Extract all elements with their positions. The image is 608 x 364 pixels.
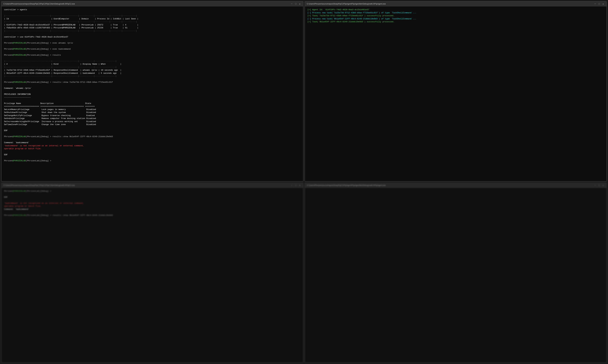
line-prompt-whoami: Phrozen@PHROZENLAB(PhrozenLab)[Debug] > … (4, 41, 301, 45)
title-bar-top-left: C:\Users\Phrozen\source\repos\SharpFtpC2… (1, 1, 303, 6)
line-priv-3: SeChangeNotifyPrivilege Bypass traverse … (4, 114, 301, 117)
line-bl-eof: EOF (4, 196, 301, 199)
line-process-task-1: [-] Process new task(`7a15e73d-9712-43b6… (307, 11, 604, 14)
minimize-btn-top-left[interactable]: ─ (290, 2, 293, 5)
title-controls-bottom-left: ─ □ ✕ (290, 184, 301, 187)
line-blank-3 (4, 39, 301, 41)
line-table-border-2: |-------------------------------------|-… (4, 20, 301, 23)
line-agent-id: [+] Agent Id: `614f19fc-74d2-4628-8ea3-d… (307, 8, 604, 11)
line-bl-prompt: Phrozen@PHROZENLAB(PhrozenLab)[Debug] > (4, 190, 301, 193)
terminal-top-left: C:\Users\Phrozen\source\repos\SharpFtpC2… (1, 1, 303, 182)
line-results-header: | # | Kind | Display Name | When | (4, 63, 301, 66)
line-prompt-show1: Phrozen@PHROZENLAB(PhrozenLab)[Debug] > … (4, 81, 301, 84)
line-results-border-3: |--------------------------------------|… (4, 75, 301, 78)
line-bl-show2: Phrozen@PHROZENLAB(PhrozenLab)[Debug] > … (4, 214, 301, 217)
close-btn-top-right[interactable]: ✕ (602, 2, 605, 5)
line-prompt-badcmd: Phrozen@PHROZENLAB(PhrozenLab)[Debug] > … (4, 48, 301, 51)
line-priv-1: SeLockMemoryPrivilege Lock pages in memo… (4, 108, 301, 111)
title-text-top-left: C:\Users\Phrozen\source\repos\SharpFtpC2… (3, 3, 75, 5)
screen-layout: C:\Users\Phrozen\source\repos\SharpFtpC2… (0, 0, 608, 364)
line-prompt-results: Phrozen@PHROZENLAB(PhrozenLab)[Debug] > … (4, 54, 301, 57)
line-result-2: | 9b1a454f-22ff-48c4-8249-21dddc19e9d3 |… (4, 72, 301, 75)
line-bl-error2: operable program or batch file. (4, 205, 301, 208)
line-bl-error1: 'badcommand' is not recognized as an int… (4, 202, 301, 205)
line-task-success-2: [+] Task(`9b1a454f-22ff-48c4-8249-21dddc… (307, 20, 604, 23)
line-priv-sep: ============================= ==========… (4, 105, 301, 108)
line-blank-13 (4, 138, 301, 141)
line-blank-15 (4, 156, 301, 159)
title-text-top-right: C:\Users\Phrozen\source\repos\SharpFtpC2… (307, 3, 386, 5)
line-blank-7 (4, 78, 301, 81)
line-results-border-2: |--------------------------------------|… (4, 66, 301, 69)
line-blank-1 (4, 11, 301, 14)
title-bar-bottom-right: C:\Users\Phrozen\source\repos\SharpFtpC2… (305, 183, 607, 188)
line-process-task-2: [-] Process new task(`9b1a454f-22ff-48c4… (307, 17, 604, 20)
terminal-content-bottom-right (305, 188, 607, 363)
close-btn-top-left[interactable]: ✕ (298, 2, 301, 5)
line-bl-cmd: Command: `badcommand` (4, 208, 301, 211)
line-priv-header: Privilege Name Description State (4, 102, 301, 105)
terminal-content-bottom-left: Phrozen@PHROZENLAB(PhrozenLab)[Debug] > … (1, 188, 303, 363)
line-bl-blank2 (4, 199, 301, 202)
terminal-bottom-right: C:\Users\Phrozen\source\repos\SharpFtpC2… (305, 183, 607, 363)
line-bad-error-1: 'badcommand' is not recognized as an int… (4, 144, 301, 147)
title-controls-top-left: ─ □ ✕ (290, 2, 301, 5)
line-prompt-show2: Phrozen@PHROZENLAB(PhrozenLab)[Debug] > … (4, 135, 301, 138)
line-priv-2: SeShutdownPrivilege Shut down the system… (4, 111, 301, 114)
maximize-btn-bottom-right[interactable]: □ (598, 184, 601, 187)
terminal-top-right: C:\Users\Phrozen\source\repos\SharpFtpC2… (305, 1, 607, 182)
title-text-bottom-left: C:\Users\Phrozen\source\repos\SharpFtpC2… (3, 184, 75, 186)
line-priv-4: SeUndockPrivilege Remove computer from d… (4, 117, 301, 120)
line-use-cmd: controller > use 614f19fc-74d2-4628-8ea3… (4, 36, 301, 39)
title-bar-top-right: C:\Users\Phrozen\source\repos\SharpFtpC2… (305, 1, 607, 6)
line-priv-5: SeIncreaseWorkingSetPrivilege Increase a… (4, 120, 301, 123)
line-priv-6: SeTimeZonePrivilege Change the time zone… (4, 123, 301, 126)
maximize-btn-top-left[interactable]: □ (294, 2, 297, 5)
line-agent-2: | fb8a491b-d97e-45b5-8330-c1165758fd83 |… (4, 26, 301, 29)
line-blank-2 (4, 32, 301, 36)
line-table-border-1: |-------------------------------------|-… (4, 14, 301, 17)
line-priv-divider: ---------------------- (4, 96, 301, 99)
line-result-1: | 7a15e73d-9712-43b6-b0ae-f715ee01c81f |… (4, 69, 301, 72)
line-bl-blank3 (4, 211, 301, 214)
line-blank-6 (4, 57, 301, 60)
line-blank-9 (4, 90, 301, 93)
title-text-bottom-right: C:\Users\Phrozen\source\repos\SharpFtpC2… (307, 184, 386, 186)
maximize-btn-bottom-left[interactable]: □ (294, 184, 297, 187)
line-command-whoami: Command: `whoami /priv` (4, 87, 301, 90)
title-controls-top-right: ─ □ ✕ (594, 2, 605, 5)
close-btn-bottom-right[interactable]: ✕ (602, 184, 605, 187)
line-results-border-1: |--------------------------------------|… (4, 60, 301, 63)
line-agent-1: | 614f19fc-74d2-4628-8ea3-dc15cb461e37 |… (4, 23, 301, 26)
terminal-bottom-left: C:\Users\Phrozen\source\repos\SharpFtpC2… (1, 183, 303, 363)
close-btn-bottom-left[interactable]: ✕ (298, 184, 301, 187)
title-bar-bottom-left: C:\Users\Phrozen\source\repos\SharpFtpC2… (1, 183, 303, 188)
line-table-header: | Id | User@Computer | Domain | Process … (4, 17, 301, 20)
line-blank-8 (4, 84, 301, 87)
line-blank-12 (4, 132, 301, 135)
line-bad-error-2: operable program or batch file. (4, 147, 301, 150)
line-controller-agents: controller > agents (4, 8, 301, 11)
line-prompt-final: Phrozen@PHROZENLAB(PhrozenLab)[Debug] > (4, 159, 301, 162)
line-blank-5 (4, 51, 301, 54)
line-blank-14 (4, 150, 301, 153)
terminal-content-top-left: controller > agents |-------------------… (1, 6, 303, 181)
minimize-btn-bottom-right[interactable]: ─ (594, 184, 596, 187)
line-task-success-1: [+] Task(`7a15e73d-9712-43b6-b0ae-f715ee… (307, 14, 604, 17)
line-blank-4 (4, 44, 301, 48)
line-priv-title: PRIVILEGES INFORMATION (4, 93, 301, 96)
title-controls-bottom-right: ─ □ ✕ (594, 184, 605, 187)
line-blank-11 (4, 126, 301, 129)
line-bl-blank (4, 193, 301, 196)
line-blank-10 (4, 99, 301, 102)
line-eof-2: EOF (4, 153, 301, 156)
minimize-btn-bottom-left[interactable]: ─ (290, 184, 293, 187)
terminal-content-top-right: [+] Agent Id: `614f19fc-74d2-4628-8ea3-d… (305, 6, 607, 181)
line-command-bad: Command: `badcommand` (4, 141, 301, 144)
minimize-btn-top-right[interactable]: ─ (594, 2, 596, 5)
line-eof-1: EOF (4, 129, 301, 132)
maximize-btn-top-right[interactable]: □ (598, 2, 601, 5)
line-table-border-3: |-------------------------------------|-… (4, 29, 301, 33)
